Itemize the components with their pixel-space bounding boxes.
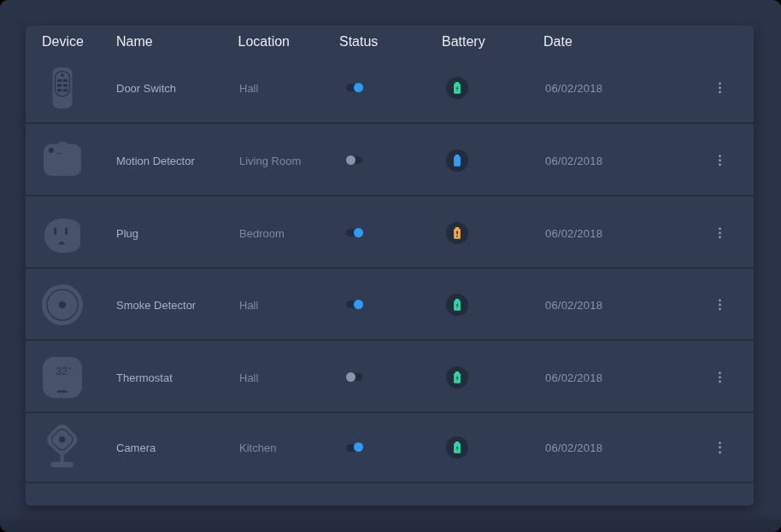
svg-text:32: 32	[56, 365, 68, 377]
